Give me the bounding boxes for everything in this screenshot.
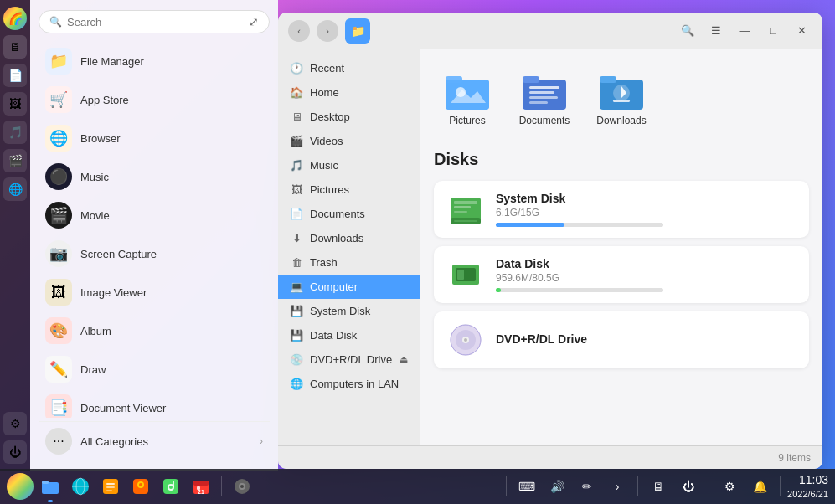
maximize-button[interactable]: □	[762, 20, 784, 42]
image-taskbar-icon[interactable]: 🖼	[3, 92, 27, 116]
draw-icon: ✏️	[45, 356, 72, 383]
volume-tb-icon[interactable]: 🔊	[544, 473, 570, 500]
app-item-screen-capture[interactable]: 📷 Screen Capture	[39, 234, 270, 273]
svg-rect-7	[529, 86, 559, 89]
brand-icon[interactable]: 🌈	[3, 7, 27, 30]
svg-rect-8	[529, 91, 554, 94]
sidebar-item-data-disk[interactable]: 💾 Data Disk	[278, 323, 420, 347]
sidebar-item-computer[interactable]: 💻 Computer	[278, 275, 420, 299]
album-label: Album	[80, 325, 111, 337]
search-input[interactable]	[67, 16, 244, 28]
doc-taskbar-icon[interactable]: 📄	[3, 64, 27, 87]
arrow-tb-icon[interactable]: ›	[604, 473, 631, 500]
svg-rect-9	[529, 96, 558, 99]
downloads-folder[interactable]: Downloads	[588, 63, 655, 133]
menu-button[interactable]: ☰	[705, 20, 727, 42]
svg-rect-12	[600, 76, 616, 83]
svg-rect-19	[454, 211, 467, 213]
sidebar-item-trash[interactable]: 🗑 Trash	[278, 250, 420, 275]
app-item-browser[interactable]: 🌐 Browser	[39, 119, 270, 157]
downloads-icon: ⬇	[290, 232, 303, 244]
dvd-disk-card-icon	[447, 321, 484, 358]
power2-tb-icon[interactable]: ⏻	[675, 473, 702, 500]
data-disk-card[interactable]: Data Disk 959.6M/80.5G	[434, 246, 809, 303]
sidebar-item-recent[interactable]: 🕐 Recent	[278, 56, 420, 80]
file-manager-tb-icon[interactable]	[37, 473, 64, 500]
svg-rect-18	[454, 206, 471, 208]
file-manager-window: ‹ › 📁 🔍 ☰ — □ ✕ 🕐 Recent 🏠 Home	[278, 13, 822, 469]
home-icon: 🏠	[290, 86, 303, 99]
launcher-tb-icon[interactable]	[7, 473, 34, 500]
notify-tb-icon[interactable]: 🔔	[746, 473, 773, 500]
music-taskbar-icon[interactable]: 🎵	[3, 121, 27, 144]
system-disk-size: 6.1G/15G	[496, 207, 796, 219]
data-disk-name: Data Disk	[496, 257, 796, 270]
documents-icon: 📄	[290, 208, 303, 220]
forward-button[interactable]: ›	[317, 20, 338, 42]
image-viewer-icon: 🖼	[45, 279, 72, 306]
sidebar-item-downloads[interactable]: ⬇ Downloads	[278, 226, 420, 250]
app-item-album[interactable]: 🎨 Album	[39, 311, 270, 350]
screen-taskbar-icon[interactable]: 🖥	[3, 35, 27, 59]
document-viewer-label: Document Viewer	[80, 402, 166, 414]
sidebar-item-desktop[interactable]: 🖥 Desktop	[278, 105, 420, 129]
finder-tb-icon[interactable]	[127, 473, 154, 500]
app-item-image-viewer[interactable]: 🖼 Image Viewer	[39, 273, 270, 311]
documents-folder-label: Documents	[519, 115, 570, 126]
minimize-button[interactable]: —	[734, 20, 755, 42]
settings-taskbar-icon[interactable]: ⚙	[3, 412, 27, 435]
sidebar-item-system-disk[interactable]: 💾 System Disk	[278, 299, 420, 323]
calendar-tb-icon[interactable]: 21	[188, 473, 214, 500]
sidebar-item-music[interactable]: 🎵 Music	[278, 153, 420, 177]
documents-folder-icon	[521, 69, 568, 111]
sidebar-item-documents[interactable]: 📄 Documents	[278, 202, 420, 226]
dvd-disk-card[interactable]: DVD+R/DL Drive	[434, 311, 809, 368]
app-item-draw[interactable]: ✏️ Draw	[39, 350, 270, 388]
app-item-app-store[interactable]: 🛒 App Store	[39, 80, 270, 119]
expand-launcher-button[interactable]: ⤢	[249, 15, 259, 28]
close-button[interactable]: ✕	[791, 20, 812, 42]
keyboard-tb-icon[interactable]: ⌨	[513, 473, 540, 500]
eject-button[interactable]: ⏏	[399, 354, 408, 365]
power-taskbar-icon[interactable]: ⏻	[3, 440, 27, 464]
music-tb-icon[interactable]	[157, 473, 184, 500]
app-store-label: App Store	[80, 94, 129, 106]
system-disk-card[interactable]: System Disk 6.1G/15G	[434, 181, 809, 238]
stylus-tb-icon[interactable]: ✏	[574, 473, 600, 500]
browser-icon: 🌐	[45, 125, 72, 152]
sidebar-item-dvd-drive[interactable]: 💿 DVD+R/DL Drive ⏏	[278, 347, 420, 372]
screen2-tb-icon[interactable]: 🖥	[645, 473, 672, 500]
trash-icon: 🗑	[290, 256, 303, 269]
app-item-file-manager[interactable]: 📁 File Manager	[39, 42, 270, 80]
svg-text:21: 21	[198, 489, 204, 495]
settings-tb-icon[interactable]	[229, 473, 255, 500]
sidebar-item-videos[interactable]: 🎬 Videos	[278, 129, 420, 153]
pictures-folder[interactable]: Pictures	[434, 63, 501, 133]
globe-taskbar-icon[interactable]: 🌐	[3, 177, 27, 201]
archive-tb-icon[interactable]	[97, 473, 124, 500]
svg-point-29	[464, 338, 467, 342]
sidebar-item-home[interactable]: 🏠 Home	[278, 80, 420, 105]
film-taskbar-icon[interactable]: 🎬	[3, 149, 27, 172]
music-label: Music	[80, 171, 109, 183]
sys-tray-icon[interactable]: ⚙	[716, 473, 743, 500]
app-item-movie[interactable]: 🎬 Movie	[39, 196, 270, 234]
app-item-music[interactable]: ⚫ Music	[39, 157, 270, 196]
search-button[interactable]: 🔍	[677, 20, 698, 42]
data-disk-bar-bg	[496, 288, 663, 292]
file-manager-body: 🕐 Recent 🏠 Home 🖥 Desktop 🎬 Videos 🎵	[278, 49, 822, 445]
svg-point-53	[240, 485, 244, 488]
file-manager-label: File Manager	[80, 55, 144, 68]
system-disk-card-icon	[447, 191, 484, 228]
back-button[interactable]: ‹	[288, 20, 310, 42]
browser-tb-icon[interactable]	[67, 473, 94, 500]
all-categories-item[interactable]: ··· All Categories ›	[39, 421, 270, 460]
sidebar-item-computers-lan[interactable]: 🌐 Computers in LAN	[278, 372, 420, 396]
documents-folder[interactable]: Documents	[511, 63, 578, 133]
dvd-disk-name: DVD+R/DL Drive	[496, 332, 796, 346]
system-clock[interactable]: 11:03 2022/6/21	[787, 472, 828, 501]
app-item-document-viewer[interactable]: 📑 Document Viewer	[39, 388, 270, 418]
data-disk-card-icon	[447, 256, 484, 293]
all-categories-label: All Categories	[80, 435, 251, 448]
sidebar-item-pictures[interactable]: 🖼 Pictures	[278, 177, 420, 202]
